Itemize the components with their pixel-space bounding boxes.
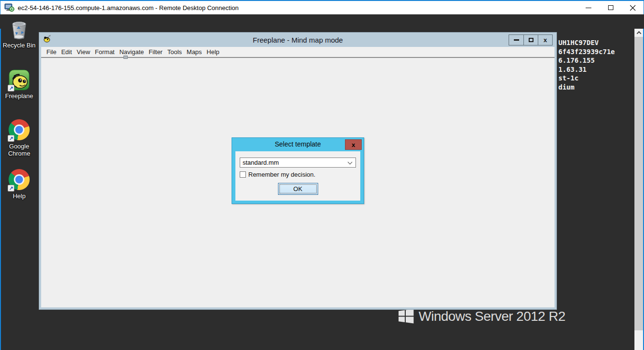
dialog-title: Select template <box>232 140 364 148</box>
remote-desktop-icon <box>4 3 15 12</box>
menu-item-navigate[interactable]: Navigate <box>117 48 146 56</box>
vertical-scrollbar[interactable] <box>634 29 643 350</box>
menu-item-format[interactable]: Format <box>92 48 117 56</box>
desktop-icon-google-chrome[interactable]: ↗ Google Chrome <box>1 119 37 157</box>
shortcut-arrow-icon: ↗ <box>8 135 14 142</box>
windows-watermark: Windows Server 2012 R2 <box>398 308 565 324</box>
remember-checkbox[interactable] <box>240 171 246 178</box>
windows-logo-icon <box>398 308 414 324</box>
recycle-bin-icon <box>8 18 30 40</box>
ok-button[interactable]: OK <box>278 183 318 195</box>
system-info-line: dium <box>558 83 615 92</box>
menu-item-maps[interactable]: Maps <box>184 48 204 56</box>
rdp-title: ec2-54-146-176-155.compute-1.amazonaws.c… <box>18 4 239 11</box>
watermark-text: Windows Server 2012 R2 <box>419 309 565 324</box>
close-icon <box>630 5 636 11</box>
desktop-icon-help[interactable]: ↗ Help <box>1 169 37 200</box>
rdp-titlebar: ec2-54-146-176-155.compute-1.amazonaws.c… <box>0 0 644 14</box>
vertical-scrollbar-thumb[interactable] <box>634 37 643 330</box>
shortcut-arrow-icon: ↗ <box>8 85 14 91</box>
system-info-text: UH1HC97DEV 6f43f23939c71e 6.176.155 1.63… <box>558 38 615 91</box>
chrome-icon: ↗ <box>8 169 30 191</box>
freeplane-titlebar[interactable]: Freeplane - Mind map mode x <box>39 33 556 47</box>
freeplane-close-button[interactable]: x <box>538 35 552 45</box>
toolbar-grip[interactable] <box>123 56 128 59</box>
rdp-close-button[interactable] <box>622 1 644 14</box>
shortcut-arrow-icon: ↗ <box>8 185 14 192</box>
freeplane-icon: ↗ <box>8 69 30 91</box>
system-info-line: 6.176.155 <box>558 56 615 65</box>
freeplane-window-controls: x <box>509 34 553 45</box>
rdp-maximize-button[interactable] <box>600 1 622 14</box>
system-info-line: 6f43f23939c71e <box>558 47 615 56</box>
chrome-icon: ↗ <box>8 119 30 141</box>
desktop-icon-label: Google Chrome <box>1 143 37 157</box>
template-combobox-value: standard.mm <box>243 159 348 166</box>
minimize-icon <box>586 8 591 8</box>
desktop-icon-recycle-bin[interactable]: Recycle Bin <box>1 18 37 49</box>
menu-item-file[interactable]: File <box>44 48 59 56</box>
rdp-window-left-border <box>0 29 1 350</box>
dialog-body: standard.mm Remember my decision. OK <box>235 151 360 201</box>
dialog-close-button[interactable]: x <box>345 139 362 150</box>
freeplane-window-title: Freeplane - Mind map mode <box>39 36 556 44</box>
menu-item-help[interactable]: Help <box>204 48 222 56</box>
system-info-line: st-1c <box>558 74 615 83</box>
desktop: Recycle Bin ↗ Fr <box>0 14 644 350</box>
scroll-up-button[interactable] <box>634 29 643 37</box>
menu-item-filter[interactable]: Filter <box>146 48 165 56</box>
rdp-minimize-button[interactable] <box>577 1 600 14</box>
freeplane-maximize-button[interactable] <box>523 35 538 45</box>
desktop-icon-label: Help <box>1 192 37 200</box>
ok-button-label: OK <box>293 185 302 192</box>
desktop-icon-label: Recycle Bin <box>1 42 37 49</box>
chevron-down-icon <box>348 159 353 164</box>
dialog-titlebar[interactable]: Select template x <box>232 138 364 151</box>
minimize-icon <box>514 39 519 41</box>
maximize-icon <box>608 5 613 10</box>
select-template-dialog: Select template x standard.mm Remember m… <box>232 137 364 204</box>
menu-item-edit[interactable]: Edit <box>59 48 74 56</box>
rdp-window-controls <box>577 1 644 14</box>
menu-item-tools[interactable]: Tools <box>165 48 184 56</box>
freeplane-minimize-button[interactable] <box>509 35 523 45</box>
template-combobox[interactable]: standard.mm <box>240 158 356 168</box>
desktop-icon-freeplane[interactable]: ↗ Freeplane <box>1 69 37 100</box>
maximize-icon <box>529 38 533 42</box>
system-info-line: 1.63.31 <box>558 65 615 74</box>
desktop-icon-label: Freeplane <box>1 92 37 100</box>
remember-checkbox-label: Remember my decision. <box>248 171 315 178</box>
system-info-line: UH1HC97DEV <box>558 38 615 47</box>
remember-decision-row[interactable]: Remember my decision. <box>240 171 315 178</box>
chevron-up-icon <box>636 31 641 36</box>
freeplane-menubar: File Edit View Format Navigate Filter To… <box>41 47 555 58</box>
menu-item-view[interactable]: View <box>74 48 92 56</box>
